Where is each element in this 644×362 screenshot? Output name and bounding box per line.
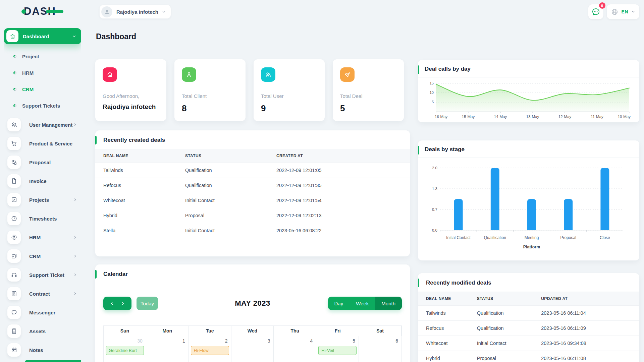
svg-text:5: 5 [432,100,434,104]
svg-text:Meeting: Meeting [525,235,539,240]
sidebar-item-label: HRM [22,70,34,76]
created-at-cell: 2023-05-16 06:08:22 [268,223,410,238]
sidebar-item-label: Product & Service [29,141,72,146]
rocket-icon [344,71,351,78]
messenger-button[interactable]: 0 [588,4,603,19]
calendar-icon [11,347,17,353]
sidebar-item-label: Projects [29,197,49,203]
sidebar-item-crm-group[interactable]: CRM [4,247,81,265]
sidebar-item-support-ticket-group[interactable]: Support Ticket [4,265,81,284]
calendar-day-cell[interactable]: 4 [274,336,316,362]
chevron-down-icon [631,10,635,14]
calendar-event[interactable]: Geraldine Burt [106,346,144,355]
calendar-event[interactable]: Hi-Veil [318,346,357,355]
card-title: Calendar [103,271,128,277]
sidebar-item-hrm[interactable]: HRM [4,65,81,81]
sidebar-item-hrm-group[interactable]: HRM [4,228,81,247]
sidebar-item-projects[interactable]: Projects [4,190,81,209]
column-header: CREATED AT [268,149,410,163]
users-icon-badge [261,67,275,82]
sidebar-item-project[interactable]: Project [4,48,81,65]
app-logo[interactable]: DASH [21,5,63,17]
chevron-right-icon[interactable] [120,301,125,306]
calendar-day-cell[interactable]: 30 Geraldine Burt [104,336,146,362]
calendar-day-cell[interactable]: 2 Hi-Flow [189,336,231,362]
chevron-right-icon [73,273,77,277]
line-chart: 5101516-May15-May14-May13-May12-May11-Ma… [418,77,639,120]
deal-name-cell: Refocus [95,178,177,193]
sidebar-item-messenger[interactable]: Messenger [4,303,81,322]
sidebar-item-assets[interactable]: Assets [4,322,81,341]
hrm-icon [11,234,17,241]
chevron-right-icon [73,235,77,239]
view-week-button[interactable]: Week [350,297,375,310]
stat-value: Rajodiya infotech [103,103,159,111]
table-row[interactable]: Tailwinds Qualification 2022-12-09 12:01… [95,163,410,178]
proposal-icon-tile [7,156,21,169]
status-cell: Proposal [469,351,533,362]
svg-text:Platform: Platform [523,245,540,249]
table-row[interactable]: Stella Initial Contact 2023-05-16 06:08:… [95,223,410,238]
table-row[interactable]: Refocus Qualification 2022-12-09 12:01:3… [95,178,410,193]
sidebar-item-crm[interactable]: CRM [4,81,81,98]
check-square-icon-tile [7,193,21,206]
card-header: Recently modified deals [418,273,639,292]
sidebar-item-label: Proposal [29,160,51,165]
calendar-event[interactable]: Hi-Flow [191,346,229,355]
table-row[interactable]: Hybrid Proposal 2023-05-16 06:11:08 [418,351,639,362]
language-selector[interactable]: EN [607,4,639,19]
clock-icon [11,215,17,222]
crm-icon [11,253,17,259]
headset-icon [11,272,17,278]
svg-text:Qualification: Qualification [484,235,506,240]
card-title: Deal calls by day [425,66,471,72]
status-cell: Initial Contact [177,193,268,208]
message-icon [11,309,17,316]
table-row[interactable]: Whitecoat Initial Contact 2023-05-16 09:… [418,336,639,351]
calendar-day-cell[interactable]: 1 [146,336,189,362]
deal-name-cell: Whitecoat [95,193,177,208]
card-title: Recently created deals [103,137,165,143]
sidebar-item-invoice[interactable]: Invoice [4,172,81,190]
home-icon [9,33,16,40]
deal-name-cell: Tailwinds [418,306,469,321]
table-row[interactable]: Whitecoat Initial Contact 2022-12-09 12:… [95,193,410,208]
calendar-day-cell[interactable]: 3 [231,336,274,362]
view-switcher: Day Week Month [328,297,402,310]
svg-text:13-May: 13-May [526,115,539,119]
chevron-left-icon[interactable] [110,301,114,306]
sidebar-item-product-service[interactable]: Product & Service [4,134,81,153]
sidebar-item-contract[interactable]: Contract [4,284,81,303]
rocket-icon-badge [340,67,355,82]
table-row[interactable]: Hybrid Proposal 2022-12-09 12:02:13 [95,208,410,223]
table-row[interactable]: Refocus Qualification 2023-05-16 06:11:0… [418,321,639,336]
person-icon [104,8,110,15]
table-row[interactable]: Tailwinds Qualification 2023-05-16 06:11… [418,306,639,321]
deal-calls-by-day-card: Deal calls by day 5101516-May15-May14-Ma… [418,60,639,122]
view-day-button[interactable]: Day [328,297,350,310]
sidebar: Dashboard Project HRM CRM Support Ticket… [4,28,81,362]
sidebar-item-notes[interactable]: Notes [4,341,81,359]
logo-dash [46,10,63,13]
calendar-day-cell[interactable]: 5 Hi-Veil [316,336,359,362]
chevron-right-icon [73,198,77,202]
sidebar-item-label: User Management [29,122,72,128]
view-month-button[interactable]: Month [375,297,402,310]
sidebar-item-user-management[interactable]: User Management [4,115,81,134]
card-header: Recently created deals [95,130,410,149]
column-header: DEAL NAME [95,149,177,163]
company-selector[interactable]: Rajodiya infotech [99,5,171,19]
today-button[interactable]: Today [137,297,158,310]
svg-text:16-May: 16-May [435,115,448,119]
svg-text:0.0: 0.0 [432,228,437,232]
sidebar-item-proposal[interactable]: Proposal [4,153,81,172]
calendar-icon-tile [7,343,21,357]
weekday-header: Thu [274,326,316,336]
recently-modified-deals-card: Recently modified deals DEAL NAME STATUS… [418,273,639,362]
calendar-day-cell[interactable]: 6 [359,336,401,362]
sidebar-item-timesheets[interactable]: Timesheets [4,209,81,228]
page-title: Dashboard [96,32,136,41]
sidebar-item-dashboard[interactable]: Dashboard [4,28,81,44]
sidebar-item-support-tickets[interactable]: Support Tickets [4,98,81,114]
chevron-right-icon [73,123,77,127]
